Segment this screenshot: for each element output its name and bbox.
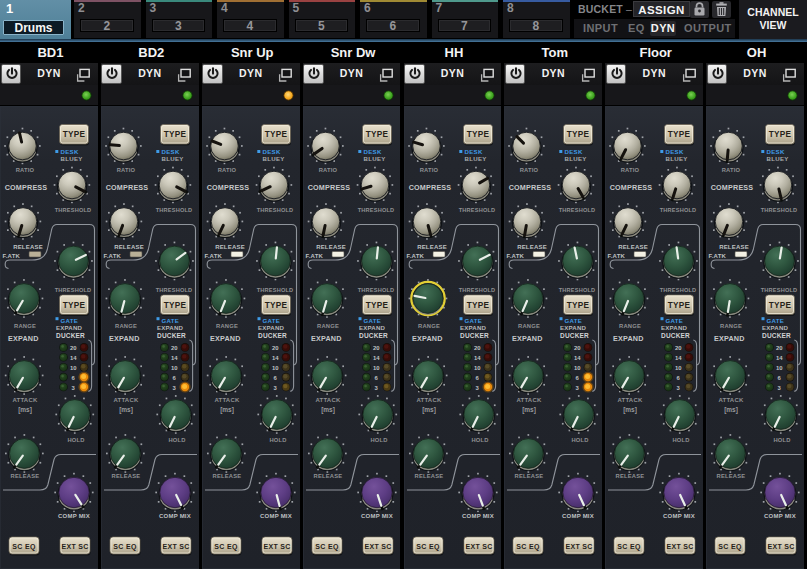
svg-text:EXPAND: EXPAND [613,334,644,343]
svg-text:RATIO: RATIO [217,167,236,173]
svg-text:14: 14 [675,355,682,361]
svg-text:THRESHOLD: THRESHOLD [761,207,798,213]
svg-text:10: 10 [776,365,783,371]
svg-text:EXPAND: EXPAND [311,334,342,343]
svg-text:EXPAND: EXPAND [109,334,140,343]
svg-text:EXPAND: EXPAND [157,324,184,331]
svg-text:COMPRESS: COMPRESS [408,183,451,192]
svg-text:THRESHOLD: THRESHOLD [55,287,92,293]
svg-text:GATE: GATE [565,317,583,324]
svg-text:RATIO: RATIO [621,167,640,173]
svg-text:[ms]: [ms] [119,406,133,414]
svg-text:EXT SC: EXT SC [263,543,290,550]
svg-text:EXT SC: EXT SC [566,543,593,550]
svg-text:SC EQ: SC EQ [12,543,36,551]
svg-text:10: 10 [373,365,380,371]
svg-text:BLUEY: BLUEY [767,155,789,162]
svg-text:RELEASE: RELEASE [114,244,144,250]
svg-text:THRESHOLD: THRESHOLD [156,287,193,293]
svg-text:RELEASE: RELEASE [13,244,43,250]
svg-text:EXPAND: EXPAND [661,324,688,331]
svg-text:COMP MIX: COMP MIX [58,513,90,519]
svg-text:COMP MIX: COMP MIX [462,513,494,519]
svg-text:14: 14 [574,355,581,361]
svg-text:[ms]: [ms] [321,406,335,414]
svg-text:RELEASE: RELEASE [212,473,241,479]
svg-text:TYPE: TYPE [63,301,86,310]
svg-text:EXPAND: EXPAND [258,324,285,331]
svg-text:DESK: DESK [262,148,280,155]
svg-text:HOLD: HOLD [471,437,488,443]
svg-text:COMPRESS: COMPRESS [610,183,653,192]
svg-text:THRESHOLD: THRESHOLD [559,207,596,213]
svg-text:F.ATK: F.ATK [3,253,21,259]
svg-text:COMPRESS: COMPRESS [509,183,552,192]
svg-text:20: 20 [171,345,178,351]
svg-text:DESK: DESK [464,148,482,155]
svg-text:DUCKER: DUCKER [157,332,186,339]
svg-text:10: 10 [70,365,77,371]
svg-text:COMP MIX: COMP MIX [260,513,292,519]
svg-text:TYPE: TYPE [63,130,86,139]
svg-text:HOLD: HOLD [673,437,690,443]
svg-text:RELEASE: RELEASE [717,473,746,479]
svg-text:F.ATK: F.ATK [709,253,727,259]
svg-text:TYPE: TYPE [365,130,388,139]
svg-text:GATE: GATE [363,317,381,324]
svg-text:DUCKER: DUCKER [560,332,589,339]
svg-text:COMPRESS: COMPRESS [711,183,754,192]
svg-text:RATIO: RATIO [520,167,539,173]
svg-text:14: 14 [776,355,783,361]
svg-text:BLUEY: BLUEY [565,155,587,162]
svg-text:RELEASE: RELEASE [616,473,645,479]
svg-text:10: 10 [675,365,682,371]
svg-text:HOLD: HOLD [269,437,286,443]
svg-text:20: 20 [70,345,77,351]
svg-text:DUCKER: DUCKER [359,332,388,339]
svg-text:RELEASE: RELEASE [11,473,40,479]
svg-text:[ms]: [ms] [523,406,537,414]
svg-text:HOLD: HOLD [67,437,84,443]
svg-text:THRESHOLD: THRESHOLD [761,287,798,293]
svg-text:HOLD: HOLD [773,437,790,443]
svg-text:TYPE: TYPE [365,301,388,310]
svg-text:TYPE: TYPE [466,301,489,310]
svg-text:ATTACK: ATTACK [214,397,239,403]
svg-text:EXT SC: EXT SC [768,543,795,550]
svg-text:EXT SC: EXT SC [162,543,189,550]
svg-text:20: 20 [373,345,380,351]
svg-text:ATTACK: ATTACK [113,397,138,403]
svg-text:BLUEY: BLUEY [363,155,385,162]
svg-text:RANGE: RANGE [619,323,641,329]
svg-text:DESK: DESK [61,148,79,155]
svg-text:[ms]: [ms] [18,406,32,414]
svg-text:10: 10 [272,365,279,371]
svg-text:THRESHOLD: THRESHOLD [559,287,596,293]
svg-text:COMPRESS: COMPRESS [106,183,149,192]
svg-text:DESK: DESK [363,148,381,155]
svg-text:EXT SC: EXT SC [667,543,694,550]
svg-text:F.ATK: F.ATK [204,253,222,259]
svg-text:THRESHOLD: THRESHOLD [55,207,92,213]
svg-text:DESK: DESK [767,148,785,155]
svg-text:ATTACK: ATTACK [416,397,441,403]
svg-text:[ms]: [ms] [422,406,436,414]
svg-text:[ms]: [ms] [220,406,234,414]
svg-text:SC EQ: SC EQ [113,543,137,551]
svg-text:RATIO: RATIO [117,167,136,173]
svg-text:THRESHOLD: THRESHOLD [156,207,193,213]
svg-text:SC EQ: SC EQ [214,543,238,551]
svg-text:COMP MIX: COMP MIX [562,513,594,519]
svg-text:THRESHOLD: THRESHOLD [256,287,293,293]
svg-text:EXPAND: EXPAND [460,324,487,331]
svg-text:RELEASE: RELEASE [313,473,342,479]
svg-text:20: 20 [473,345,480,351]
svg-text:BLUEY: BLUEY [161,155,183,162]
svg-text:14: 14 [70,355,77,361]
svg-text:14: 14 [473,355,480,361]
svg-text:GATE: GATE [666,317,684,324]
svg-text:TYPE: TYPE [668,130,691,139]
svg-text:SC EQ: SC EQ [315,543,339,551]
svg-text:EXPAND: EXPAND [56,324,83,331]
svg-text:F.ATK: F.ATK [305,253,323,259]
